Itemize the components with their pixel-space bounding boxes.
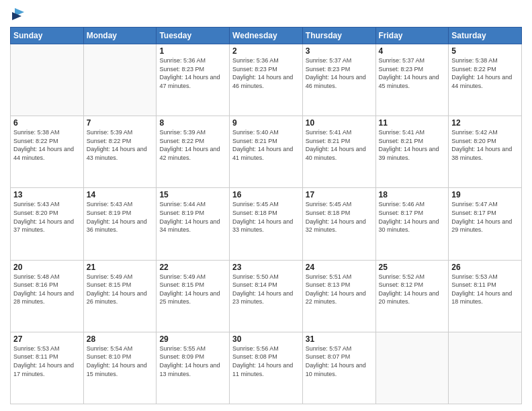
day-info: Sunrise: 5:56 AMSunset: 8:08 PMDaylight:… [232,345,293,377]
day-info: Sunrise: 5:38 AMSunset: 8:22 PMDaylight:… [451,57,512,89]
day-info: Sunrise: 5:46 AMSunset: 8:17 PMDaylight:… [379,201,439,233]
day-number: 12 [451,118,519,128]
day-info: Sunrise: 5:53 AMSunset: 8:11 PMDaylight:… [13,345,74,377]
day-info: Sunrise: 5:50 AMSunset: 8:14 PMDaylight:… [232,273,293,306]
weekday-header: Wednesday [230,28,303,44]
calendar-cell: 17 Sunrise: 5:45 AMSunset: 8:18 PMDaylig… [302,188,375,260]
calendar-cell: 19 Sunrise: 5:47 AMSunset: 8:17 PMDaylig… [449,188,522,260]
calendar-cell: 22 Sunrise: 5:49 AMSunset: 8:15 PMDaylig… [157,260,230,332]
day-info: Sunrise: 5:45 AMSunset: 8:18 PMDaylight:… [232,201,293,233]
calendar-cell: 24 Sunrise: 5:51 AMSunset: 8:13 PMDaylig… [302,260,375,332]
day-info: Sunrise: 5:52 AMSunset: 8:12 PMDaylight:… [379,273,439,306]
day-number: 3 [306,46,373,56]
calendar-cell [449,332,522,404]
day-number: 30 [232,334,300,344]
weekday-header: Monday [83,28,157,44]
day-number: 4 [379,46,446,56]
day-info: Sunrise: 5:47 AMSunset: 8:17 PMDaylight:… [451,201,512,233]
weekday-header: Sunday [11,28,84,44]
calendar-cell: 6 Sunrise: 5:38 AMSunset: 8:22 PMDayligh… [11,116,84,188]
calendar-cell: 9 Sunrise: 5:40 AMSunset: 8:21 PMDayligh… [230,116,303,188]
day-info: Sunrise: 5:40 AMSunset: 8:21 PMDaylight:… [232,129,293,161]
day-number: 5 [451,46,519,56]
day-info: Sunrise: 5:49 AMSunset: 8:15 PMDaylight:… [87,273,147,306]
weekday-header: Thursday [302,28,375,44]
day-info: Sunrise: 5:49 AMSunset: 8:15 PMDaylight:… [159,273,220,306]
calendar-cell [11,44,84,116]
day-info: Sunrise: 5:51 AMSunset: 8:13 PMDaylight:… [306,273,366,306]
calendar-cell: 5 Sunrise: 5:38 AMSunset: 8:22 PMDayligh… [449,44,522,116]
calendar-cell: 13 Sunrise: 5:43 AMSunset: 8:20 PMDaylig… [11,188,84,260]
logo-icon [12,7,24,21]
day-number: 22 [159,263,226,272]
day-info: Sunrise: 5:57 AMSunset: 8:07 PMDaylight:… [306,345,366,377]
day-info: Sunrise: 5:36 AMSunset: 8:23 PMDaylight:… [232,57,293,89]
day-number: 23 [232,263,300,272]
calendar-week-row: 20 Sunrise: 5:48 AMSunset: 8:16 PMDaylig… [11,260,522,332]
day-number: 1 [159,46,226,56]
day-number: 7 [87,118,154,128]
calendar-week-row: 1 Sunrise: 5:36 AMSunset: 8:23 PMDayligh… [11,44,522,116]
day-number: 26 [451,263,519,272]
weekday-header: Tuesday [157,28,230,44]
calendar-cell: 27 Sunrise: 5:53 AMSunset: 8:11 PMDaylig… [11,332,84,404]
calendar-cell: 11 Sunrise: 5:41 AMSunset: 8:21 PMDaylig… [375,116,449,188]
calendar-cell: 4 Sunrise: 5:37 AMSunset: 8:23 PMDayligh… [375,44,449,116]
calendar-cell [83,44,157,116]
calendar-week-row: 13 Sunrise: 5:43 AMSunset: 8:20 PMDaylig… [11,188,522,260]
day-number: 9 [232,118,300,128]
weekday-header-row: SundayMondayTuesdayWednesdayThursdayFrid… [11,28,522,44]
day-number: 29 [159,334,226,344]
day-number: 2 [232,46,300,56]
day-number: 10 [306,118,373,128]
calendar-cell: 20 Sunrise: 5:48 AMSunset: 8:16 PMDaylig… [11,260,84,332]
calendar-cell: 15 Sunrise: 5:44 AMSunset: 8:19 PMDaylig… [157,188,230,260]
calendar-cell: 28 Sunrise: 5:54 AMSunset: 8:10 PMDaylig… [83,332,157,404]
day-info: Sunrise: 5:39 AMSunset: 8:22 PMDaylight:… [159,129,220,161]
day-info: Sunrise: 5:37 AMSunset: 8:23 PMDaylight:… [306,57,366,89]
day-number: 21 [87,263,154,272]
day-info: Sunrise: 5:42 AMSunset: 8:20 PMDaylight:… [451,129,512,161]
calendar-cell: 16 Sunrise: 5:45 AMSunset: 8:18 PMDaylig… [230,188,303,260]
calendar-cell: 14 Sunrise: 5:43 AMSunset: 8:19 PMDaylig… [83,188,157,260]
calendar-cell: 29 Sunrise: 5:55 AMSunset: 8:09 PMDaylig… [157,332,230,404]
day-info: Sunrise: 5:44 AMSunset: 8:19 PMDaylight:… [159,201,220,233]
calendar-cell: 31 Sunrise: 5:57 AMSunset: 8:07 PMDaylig… [302,332,375,404]
day-info: Sunrise: 5:36 AMSunset: 8:23 PMDaylight:… [159,57,220,89]
calendar-cell: 23 Sunrise: 5:50 AMSunset: 8:14 PMDaylig… [230,260,303,332]
day-info: Sunrise: 5:37 AMSunset: 8:23 PMDaylight:… [379,57,439,89]
calendar-cell: 12 Sunrise: 5:42 AMSunset: 8:20 PMDaylig… [449,116,522,188]
day-info: Sunrise: 5:38 AMSunset: 8:22 PMDaylight:… [13,129,74,161]
day-number: 8 [159,118,226,128]
calendar-cell: 8 Sunrise: 5:39 AMSunset: 8:22 PMDayligh… [157,116,230,188]
day-info: Sunrise: 5:41 AMSunset: 8:21 PMDaylight:… [379,129,439,161]
day-number: 27 [13,334,81,344]
day-info: Sunrise: 5:48 AMSunset: 8:16 PMDaylight:… [13,273,74,306]
day-number: 17 [306,190,373,199]
day-number: 18 [379,190,446,199]
calendar-cell: 3 Sunrise: 5:37 AMSunset: 8:23 PMDayligh… [302,44,375,116]
day-number: 16 [232,190,300,199]
calendar-container: SundayMondayTuesdayWednesdayThursdayFrid… [0,0,532,411]
day-info: Sunrise: 5:43 AMSunset: 8:20 PMDaylight:… [13,201,74,233]
day-info: Sunrise: 5:53 AMSunset: 8:11 PMDaylight:… [451,273,512,306]
day-number: 19 [451,190,519,199]
calendar-cell: 30 Sunrise: 5:56 AMSunset: 8:08 PMDaylig… [230,332,303,404]
weekday-header: Friday [375,28,449,44]
day-info: Sunrise: 5:45 AMSunset: 8:18 PMDaylight:… [306,201,366,233]
calendar-cell: 18 Sunrise: 5:46 AMSunset: 8:17 PMDaylig… [375,188,449,260]
weekday-header: Saturday [449,28,522,44]
day-info: Sunrise: 5:43 AMSunset: 8:19 PMDaylight:… [87,201,147,233]
day-number: 20 [13,263,81,272]
calendar-cell [375,332,449,404]
calendar-cell: 2 Sunrise: 5:36 AMSunset: 8:23 PMDayligh… [230,44,303,116]
day-number: 13 [13,190,81,199]
day-info: Sunrise: 5:41 AMSunset: 8:21 PMDaylight:… [306,129,366,161]
calendar-cell: 7 Sunrise: 5:39 AMSunset: 8:22 PMDayligh… [83,116,157,188]
calendar-cell: 10 Sunrise: 5:41 AMSunset: 8:21 PMDaylig… [302,116,375,188]
header [10,7,522,21]
calendar-cell: 1 Sunrise: 5:36 AMSunset: 8:23 PMDayligh… [157,44,230,116]
calendar-table: SundayMondayTuesdayWednesdayThursdayFrid… [10,27,522,404]
day-number: 11 [379,118,446,128]
day-number: 24 [306,263,373,272]
